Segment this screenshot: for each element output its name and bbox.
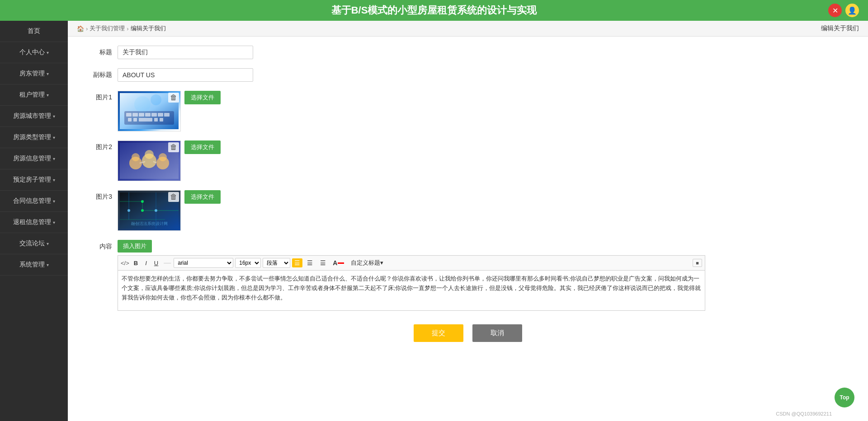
chevron-down-icon: ▾ (47, 262, 49, 267)
svg-rect-2 (126, 113, 132, 117)
image3-select-button[interactable]: 选择文件 (184, 190, 221, 204)
svg-rect-11 (139, 118, 152, 122)
sidebar-item-exit[interactable]: 退租信息管理 ▾ (0, 212, 68, 233)
form-area: 标题 副标题 图片1 (68, 37, 868, 421)
sidebar-item-house-info[interactable]: 房源信息管理 ▾ (0, 148, 68, 169)
chevron-down-icon: ▾ (53, 220, 55, 225)
home-icon[interactable]: 🏠 (77, 25, 84, 32)
image3-preview-wrap: 融创活法系统设计网 🗑 (118, 190, 181, 231)
sidebar-item-forum[interactable]: 交流论坛 ▾ (0, 233, 68, 254)
main-content: 🏠 › 关于我们管理 › 编辑关于我们 编辑关于我们 标题 副标题 图片1 (68, 21, 868, 421)
image2-row: 图片2 (86, 140, 850, 181)
svg-point-15 (151, 94, 161, 105)
svg-rect-4 (139, 113, 144, 117)
image2-select-button[interactable]: 选择文件 (184, 140, 221, 154)
toolbar-source-icon[interactable]: </> (121, 260, 129, 267)
close-button[interactable]: ✕ (828, 4, 842, 17)
sidebar-item-label: 首页 (28, 27, 40, 35)
editor-toolbar: </> B I U — arial Times New Roman Verdan… (118, 255, 705, 270)
watermark-text: CSDN @QQ1039692211 (776, 411, 832, 416)
sidebar-item-type[interactable]: 房源类型管理 ▾ (0, 127, 68, 148)
svg-rect-7 (158, 113, 163, 117)
sidebar-item-label: 系统管理 (19, 261, 45, 269)
breadcrumb-about-mgmt[interactable]: 关于我们管理 (90, 24, 125, 33)
toolbar-align-right-button[interactable]: ☰ (317, 258, 329, 268)
toolbar-sep1: — (164, 259, 171, 267)
sidebar-item-city[interactable]: 房源城市管理 ▾ (0, 106, 68, 127)
sidebar-item-system[interactable]: 系统管理 ▾ (0, 254, 68, 276)
header-title: 基于B/S模式的小型房屋租赁系统的设计与实现 (331, 4, 537, 17)
image3-label: 图片3 (86, 190, 118, 201)
form-actions: 提交 取消 (86, 317, 850, 346)
bold-icon: B (134, 260, 138, 267)
title-input[interactable] (118, 46, 253, 59)
svg-point-32 (141, 200, 144, 203)
image1-delete-button[interactable]: 🗑 (168, 93, 179, 103)
breadcrumb: 🏠 › 关于我们管理 › 编辑关于我们 编辑关于我们 (68, 21, 868, 37)
color-a-letter: A (333, 259, 337, 267)
svg-rect-8 (164, 113, 170, 117)
image2-delete-button[interactable]: 🗑 (168, 142, 179, 152)
sidebar-item-label: 交流论坛 (19, 239, 45, 248)
sidebar-item-label: 租户管理 (19, 91, 45, 99)
svg-point-33 (141, 209, 144, 212)
header: 基于B/S模式的小型房屋租赁系统的设计与实现 ✕ 👤 (0, 0, 868, 21)
paragraph-select[interactable]: 段落 标题1 标题2 (263, 258, 290, 268)
sidebar: 首页 个人中心 ▾ 房东管理 ▾ 租户管理 ▾ 房源城市管理 ▾ 房源类型管理 … (0, 21, 68, 421)
sidebar-item-landlord[interactable]: 房东管理 ▾ (0, 63, 68, 84)
sidebar-item-tenant[interactable]: 租户管理 ▾ (0, 84, 68, 106)
image2-label: 图片2 (86, 140, 118, 151)
toolbar-align-left-button[interactable]: ☰ (292, 258, 302, 267)
toolbar-source-button[interactable]: ■ (693, 259, 702, 267)
toolbar-color-button[interactable]: A (330, 258, 346, 268)
header-icon-group: ✕ 👤 (828, 4, 859, 17)
insert-image-button[interactable]: 插入图片 (118, 240, 152, 253)
chevron-down-icon: ▾ (47, 93, 49, 98)
color-swatch (338, 262, 344, 264)
chevron-down-icon: ▾ (47, 241, 49, 246)
title-label: 标题 (86, 46, 118, 56)
scroll-to-top-button[interactable]: Top (835, 388, 854, 407)
content-editor-wrap: 插入图片 </> B I U — arial Times New Roman V… (118, 240, 705, 313)
breadcrumb-right-text: 编辑关于我们 (821, 24, 859, 33)
svg-point-20 (132, 153, 140, 161)
svg-rect-3 (132, 113, 138, 117)
submit-button[interactable]: 提交 (414, 324, 463, 342)
breadcrumb-left: 🏠 › 关于我们管理 › 编辑关于我们 (77, 24, 166, 33)
sidebar-item-home[interactable]: 首页 (0, 21, 68, 42)
image3-delete-button[interactable]: 🗑 (168, 192, 179, 202)
toolbar-bold-button[interactable]: B (131, 258, 141, 268)
svg-point-22 (159, 153, 167, 161)
breadcrumb-current: 编辑关于我们 (131, 24, 166, 33)
content-row: 内容 插入图片 </> B I U — arial Times New Roma… (86, 240, 850, 313)
editor-textarea[interactable]: 不管你想要怎样的生活，你都要去努力争取，不多尝试一些事情怎么知道自己适合什么、不… (118, 270, 705, 311)
toolbar-align-center-button[interactable]: ☰ (304, 258, 316, 268)
svg-point-34 (155, 209, 157, 212)
font-family-select[interactable]: arial Times New Roman Verdana (174, 258, 233, 268)
toolbar-custom-style-button[interactable]: 自定义标题▾ (348, 257, 386, 268)
sidebar-item-personal[interactable]: 个人中心 ▾ (0, 42, 68, 63)
sidebar-item-label: 房源信息管理 (13, 154, 51, 163)
font-size-select[interactable]: 16px 12px 14px 18px 24px (235, 258, 261, 268)
sidebar-item-contract[interactable]: 合同信息管理 ▾ (0, 191, 68, 212)
svg-point-14 (134, 96, 151, 112)
subtitle-input[interactable] (118, 68, 253, 82)
custom-style-label: 自定义标题▾ (351, 259, 383, 266)
breadcrumb-sep: › (86, 25, 88, 32)
toolbar-underline-button[interactable]: U (151, 258, 161, 268)
cancel-button[interactable]: 取消 (472, 324, 522, 342)
image2-preview-wrap: 🗑 (118, 140, 181, 181)
image3-row: 图片3 (86, 190, 850, 231)
chevron-down-icon: ▾ (53, 178, 55, 182)
svg-rect-9 (128, 118, 132, 122)
chevron-down-icon: ▾ (47, 71, 49, 76)
sidebar-item-label: 房源类型管理 (13, 133, 51, 141)
svg-rect-12 (154, 118, 158, 122)
chevron-down-icon: ▾ (53, 114, 55, 119)
image1-select-button[interactable]: 选择文件 (184, 91, 221, 104)
breadcrumb-sep2: › (127, 25, 128, 32)
toolbar-italic-button[interactable]: I (142, 258, 150, 268)
sidebar-item-label: 合同信息管理 (13, 197, 51, 205)
user-button[interactable]: 👤 (845, 4, 859, 17)
sidebar-item-reservation[interactable]: 预定房子管理 ▾ (0, 169, 68, 191)
